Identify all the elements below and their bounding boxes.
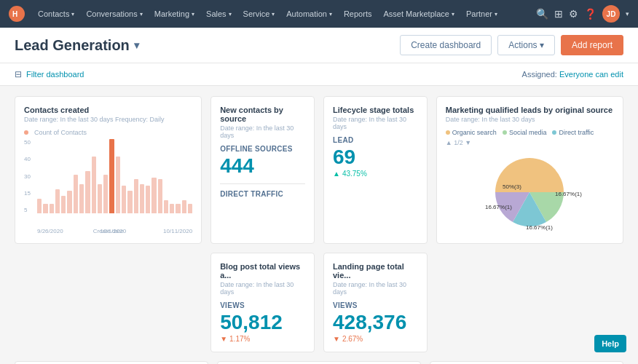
row-1: Contacts created Date range: In the last… — [15, 96, 623, 244]
blog-views-subtitle: Date range: In the last 30 days — [220, 281, 305, 296]
bar-4 — [61, 196, 66, 213]
settings-icon[interactable]: ⚙ — [569, 8, 578, 20]
bar-24 — [182, 200, 186, 213]
bar-1 — [43, 204, 47, 213]
lead-value: 69 — [333, 147, 418, 167]
actions-button[interactable]: Actions ▾ — [497, 35, 555, 55]
hubspot-logo[interactable]: H — [9, 6, 25, 22]
assigned-label: Assigned: — [522, 70, 557, 79]
organic-dot — [446, 130, 450, 135]
notifications-icon[interactable]: ⊞ — [554, 8, 563, 20]
y-axis: 50 40 30 15 5 — [24, 139, 31, 213]
filter-left: ⊟ Filter dashboard — [15, 69, 84, 79]
landing-page-card: Landing page total vie... Date range: In… — [323, 253, 428, 352]
filter-bar: ⊟ Filter dashboard Assigned: Everyone ca… — [0, 63, 638, 86]
create-dashboard-button[interactable]: Create dashboard — [400, 35, 492, 55]
direct-traffic-label: DIRECT TRAFFIC — [220, 190, 305, 198]
bar-6 — [74, 175, 78, 213]
filter-icon: ⊟ — [15, 69, 22, 79]
bar-chart: 9/26/2020 10/1/2020 10/11/2020 — [37, 139, 192, 226]
help-button[interactable]: Help — [594, 335, 626, 352]
pie-chart: 50%(3) 16.67%(1) 16.67%(1) 16.67%(1) — [475, 151, 584, 234]
filter-dashboard-link[interactable]: Filter dashboard — [26, 70, 84, 79]
blog-views-title: Blog post total views a... — [220, 262, 305, 280]
bar-7 — [79, 184, 84, 213]
contacts-created-subtitle: Date range: In the last 30 days Frequenc… — [24, 116, 192, 123]
lead-change: ▲ 43.75% — [333, 170, 418, 178]
add-report-button[interactable]: Add report — [561, 35, 623, 55]
bar-25 — [188, 204, 192, 213]
legend-social: Social media — [503, 129, 547, 136]
avatar[interactable]: JD — [602, 5, 620, 23]
blog-posts-most-card: Blog posts by most total views Date rang… — [15, 361, 208, 364]
bar-22 — [170, 204, 174, 213]
top-navigation: H Contacts▾ Conversations▾ Marketing▾ Sa… — [0, 0, 638, 28]
landing-title: Landing page total vie... — [333, 262, 418, 280]
bar-10 — [98, 184, 102, 213]
nav-sales[interactable]: Sales▾ — [200, 0, 237, 28]
page-title: Lead Generation — [15, 37, 130, 54]
nav-service[interactable]: Service▾ — [237, 0, 281, 28]
contacts-created-legend: Count of Contacts — [24, 129, 192, 136]
bar-labels: 9/26/2020 10/1/2020 10/11/2020 — [37, 228, 192, 234]
bar-13 — [116, 157, 120, 213]
bar-17 — [140, 184, 144, 213]
nav-menu: Contacts▾ Conversations▾ Marketing▾ Sale… — [32, 0, 536, 28]
card-divider — [220, 183, 305, 184]
offline-value: 444 — [220, 156, 305, 176]
legend-direct: Direct traffic — [552, 129, 594, 136]
pie-label-4: 16.67%(1) — [485, 204, 512, 210]
bar-23 — [176, 204, 180, 213]
legend-dot — [24, 130, 28, 135]
nav-reports[interactable]: Reports — [338, 0, 378, 28]
views-label-landing: VIEWS — [333, 301, 418, 309]
nav-partner[interactable]: Partner▾ — [460, 0, 503, 28]
search-icon[interactable]: 🔍 — [536, 8, 548, 20]
header-actions: Create dashboard Actions ▾ Add report — [400, 35, 623, 55]
bar-3 — [55, 189, 60, 213]
nav-right-icons: 🔍 ⊞ ⚙ ❓ JD ▾ — [536, 5, 629, 23]
mql-title: Marketing qualified leads by original so… — [446, 106, 614, 114]
bar-12 — [109, 139, 114, 213]
bar-chart-inner — [37, 139, 192, 226]
lifecycle-stage-card: Lifecycle stage totals Date range: In th… — [323, 96, 428, 244]
pie-label-3: 16.67%(1) — [526, 224, 553, 231]
mql-subtitle: Date range: In the last 30 days — [446, 116, 614, 123]
contacts-created-title: Contacts created — [24, 106, 192, 114]
contacts-chart-wrapper: 50 40 30 15 5 9/26/2020 10/1/2020 10/11/… — [24, 139, 192, 226]
pie-label-2: 16.67%(1) — [555, 191, 582, 197]
nav-conversations[interactable]: Conversations▾ — [80, 0, 148, 28]
nav-asset-marketplace[interactable]: Asset Marketplace▾ — [377, 0, 460, 28]
help-icon[interactable]: ❓ — [584, 8, 596, 20]
bar-16 — [134, 179, 138, 213]
account-chevron-icon[interactable]: ▾ — [626, 10, 629, 17]
edit-permissions-link[interactable]: Everyone can edit — [559, 70, 623, 79]
pie-chart-container: 50%(3) 16.67%(1) 16.67%(1) 16.67%(1) — [446, 151, 614, 234]
landing-change: ▼ 2.67% — [333, 335, 418, 343]
up-arrow-icon: ▲ — [333, 170, 340, 178]
lifecycle-title: Lifecycle stage totals — [333, 106, 418, 114]
row-2: Blog post total views a... Date range: I… — [15, 253, 623, 352]
blog-change: ▼ 1.17% — [220, 335, 305, 343]
landing-subtitle: Date range: In the last 30 days — [333, 281, 418, 296]
pie-legend: Organic search Social media Direct traff… — [446, 129, 614, 136]
legend-organic: Organic search — [446, 129, 497, 136]
bar-8 — [85, 171, 90, 213]
dashboard: Contacts created Date range: In the last… — [0, 86, 638, 364]
nav-marketing[interactable]: Marketing▾ — [149, 0, 200, 28]
nav-contacts[interactable]: Contacts▾ — [32, 0, 80, 28]
row-3: Blog posts by most total views Date rang… — [15, 361, 623, 364]
mql-conversion-card: Marketing qualified leads by first conve… — [430, 361, 623, 364]
blog-views-value: 50,812 — [220, 312, 305, 333]
page-header: Lead Generation ▾ Create dashboard Actio… — [0, 28, 638, 63]
nav-automation[interactable]: Automation▾ — [280, 0, 338, 28]
mql-source-card: Marketing qualified leads by original so… — [436, 96, 623, 244]
bar-15 — [127, 191, 132, 213]
bar-21 — [164, 200, 168, 213]
bar-2 — [50, 204, 54, 213]
offline-label: OFFLINE SOURCES — [220, 145, 305, 153]
down-arrow-icon-2: ▼ — [333, 335, 340, 343]
title-dropdown-icon[interactable]: ▾ — [134, 39, 139, 51]
bar-18 — [146, 186, 150, 213]
contacts-created-card: Contacts created Date range: In the last… — [15, 96, 202, 244]
